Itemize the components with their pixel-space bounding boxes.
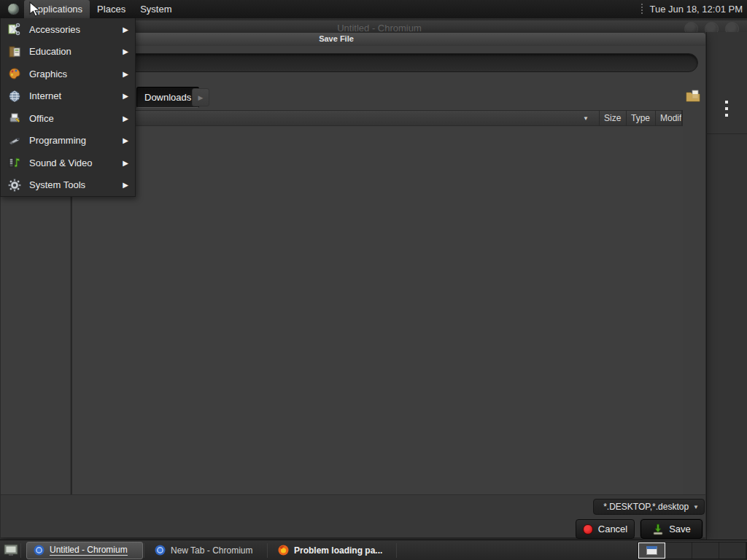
clock[interactable]: Tue Jun 18, 12:01 PM <box>650 4 743 15</box>
menu-item-graphics[interactable]: Graphics ▶ <box>1 63 135 85</box>
file-list-area[interactable] <box>72 126 683 494</box>
taskbar-window-firefox[interactable]: Problem loading pa... <box>271 542 395 559</box>
taskbar: Untitled - Chromium New Tab - Chromium P… <box>0 540 747 560</box>
file-list-header: ▼ Size Type Modif <box>72 110 683 126</box>
applications-menu: Accessories ▶ Education ▶ Graphics ▶ Int… <box>0 18 136 197</box>
menu-item-accessories[interactable]: Accessories ▶ <box>1 18 135 41</box>
tools-icon <box>7 133 22 148</box>
dialog-action-area: *.DESKTOP,*.desktop ▼ Cancel Save <box>1 494 705 537</box>
taskbar-separator <box>396 543 397 558</box>
gear-icon <box>7 178 22 192</box>
path-button-label: Downloads <box>144 92 191 103</box>
column-header-type[interactable]: Type <box>627 111 656 125</box>
menu-item-programming[interactable]: Programming ▶ <box>1 130 135 152</box>
workspace-switcher <box>638 542 747 559</box>
column-header-modified[interactable]: Modif <box>656 111 682 125</box>
workspace-4[interactable] <box>719 542 746 559</box>
submenu-arrow-icon: ▶ <box>123 181 128 189</box>
taskbar-window-newtab-chromium[interactable]: New Tab - Chromium <box>148 542 266 559</box>
menu-item-office[interactable]: Office ▶ <box>1 107 135 130</box>
workspace-2[interactable] <box>665 542 692 559</box>
submenu-arrow-icon: ▶ <box>123 136 128 144</box>
save-icon <box>652 524 664 535</box>
taskbar-window-untitled-chromium[interactable]: Untitled - Chromium <box>26 542 143 559</box>
mouse-cursor <box>29 1 41 18</box>
workspace-window-thumbnail <box>646 546 657 555</box>
toolbar-divider <box>706 133 747 134</box>
firefox-icon <box>278 545 289 556</box>
taskbar-separator <box>20 543 21 558</box>
dialog-title: Save File <box>319 34 354 43</box>
chromium-icon <box>155 545 166 556</box>
sort-descending-icon: ▼ <box>583 115 589 122</box>
file-type-filter-dropdown[interactable]: *.DESKTOP,*.desktop ▼ <box>593 499 705 515</box>
column-header-size[interactable]: Size <box>600 111 627 125</box>
show-desktop-icon <box>4 544 18 556</box>
taskbar-separator <box>267 543 268 558</box>
menu-places[interactable]: Places <box>90 0 133 18</box>
scissors-icon <box>7 22 22 36</box>
submenu-arrow-icon: ▶ <box>123 47 128 55</box>
menu-system[interactable]: System <box>133 0 179 18</box>
education-icon <box>7 44 22 59</box>
save-button[interactable]: Save <box>640 519 703 539</box>
new-folder-icon <box>685 88 701 104</box>
menu-item-internet[interactable]: Internet ▶ <box>1 85 135 108</box>
menu-item-system-tools[interactable]: System Tools ▶ <box>1 174 135 197</box>
media-icon <box>7 155 22 170</box>
submenu-arrow-icon: ▶ <box>123 26 128 34</box>
workspace-3[interactable] <box>692 542 719 559</box>
submenu-arrow-icon: ▶ <box>123 70 128 78</box>
submenu-arrow-icon: ▶ <box>123 92 128 100</box>
cancel-icon <box>583 524 593 534</box>
workspace-1[interactable] <box>638 542 665 559</box>
palette-icon <box>7 66 22 81</box>
globe-icon <box>7 89 22 104</box>
show-desktop-button[interactable] <box>2 542 20 559</box>
chromium-menu-icon[interactable] <box>725 101 729 117</box>
office-icon <box>7 111 22 125</box>
distro-logo-icon <box>7 3 20 15</box>
cancel-button[interactable]: Cancel <box>576 519 635 539</box>
path-button-downloads[interactable]: Downloads <box>136 87 199 108</box>
chevron-down-icon: ▼ <box>693 504 699 510</box>
menu-item-education[interactable]: Education ▶ <box>1 41 135 63</box>
top-panel: Applications Places System Tue Jun 18, 1… <box>0 0 747 18</box>
filter-value: *.DESKTOP,*.desktop <box>603 502 689 512</box>
panel-separator <box>641 4 643 15</box>
submenu-arrow-icon: ▶ <box>123 159 128 167</box>
path-next-button[interactable]: ▶ <box>192 88 209 106</box>
chromium-icon <box>34 545 44 556</box>
menu-item-sound-video[interactable]: Sound & Video ▶ <box>1 152 135 174</box>
column-header-name[interactable]: ▼ <box>73 111 600 125</box>
submenu-arrow-icon: ▶ <box>123 114 128 122</box>
create-folder-button[interactable] <box>682 85 704 108</box>
taskbar-separator <box>144 543 144 558</box>
cancel-label: Cancel <box>598 524 627 534</box>
chevron-right-icon: ▶ <box>198 94 204 101</box>
save-label: Save <box>669 524 691 534</box>
